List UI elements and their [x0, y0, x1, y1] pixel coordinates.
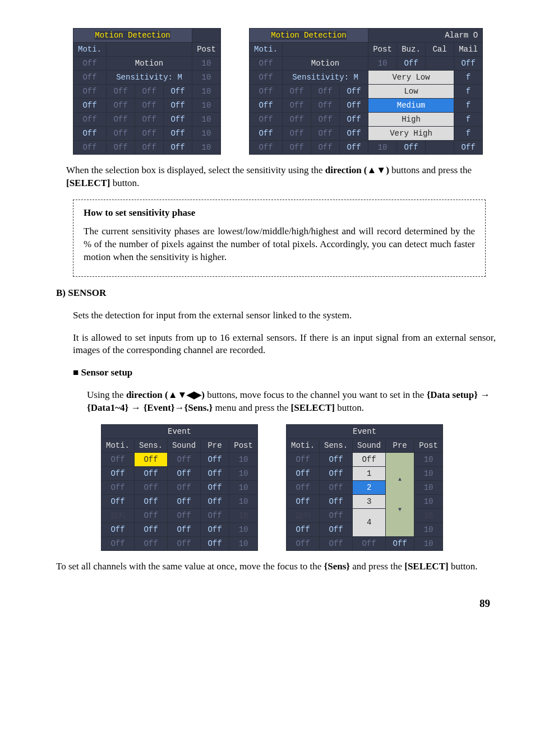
sens-num-option[interactable]: 4	[353, 509, 386, 537]
callout-body: The current sensitivity phases are lowes…	[84, 225, 475, 264]
sens-option[interactable]: Very High	[368, 127, 454, 141]
section-sensor-head: B) SENSOR	[56, 287, 496, 300]
sensor-p1: Sets the detection for input from the ex…	[73, 309, 496, 322]
page-number: 89	[479, 596, 490, 611]
sens-option[interactable]: Very Low	[368, 71, 454, 85]
sens-num-option[interactable]: Off	[353, 453, 386, 467]
para-select-sens: When the selection box is displayed, sel…	[66, 164, 496, 190]
event-left: Event Moti. Sens. Sound Pre Post OffOffO…	[101, 424, 258, 551]
sensor-setup-head: ■ Sensor setup	[73, 367, 496, 379]
footer-para: To set all channels with the same value …	[56, 560, 496, 573]
scrollbar[interactable]: ▲▼	[386, 453, 414, 537]
sens-num-option-selected[interactable]: 2	[353, 481, 386, 495]
sens-option[interactable]: Low	[368, 85, 454, 99]
sens-num-option[interactable]: 1	[353, 467, 386, 481]
motion-title: Motion Detection	[95, 31, 170, 40]
sensor-setup-line: Using the direction (▲▼◀▶) buttons, move…	[87, 389, 496, 415]
motion-detection-left: Motion Detection Moti. Post Off Motion 1…	[73, 28, 221, 155]
sens-option-selected[interactable]: Medium	[368, 99, 454, 113]
sens-option[interactable]: High	[368, 113, 454, 127]
event-right: Event Moti. Sens. Sound Pre Post Off Off…	[286, 424, 443, 551]
motion-title-right: Motion Detection	[271, 31, 346, 40]
motion-detection-right: Motion Detection Alarm O Moti. Post Buz.…	[249, 28, 483, 155]
callout-title: How to set sensitivity phase	[84, 207, 475, 220]
sens-num-option[interactable]: 3	[353, 495, 386, 509]
callout-how-to-set-sens: How to set sensitivity phase The current…	[73, 200, 486, 277]
sensor-p2: It is allowed to set inputs from up to 1…	[73, 332, 496, 358]
